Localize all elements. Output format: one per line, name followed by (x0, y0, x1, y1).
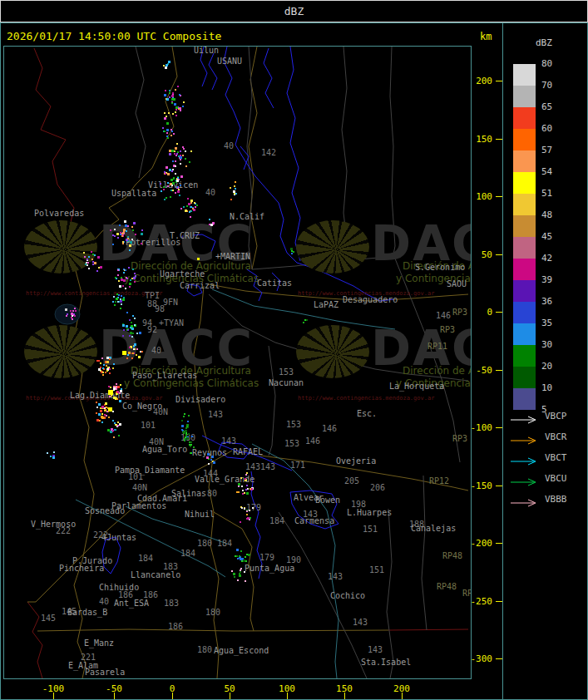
radar-echo-cell (164, 94, 166, 96)
radar-echo-cell (166, 98, 169, 101)
radar-echo-cell (177, 86, 179, 87)
colorbar-swatch (513, 64, 536, 86)
radar-echo-cell (164, 112, 166, 114)
radar-echo-cell (185, 432, 187, 434)
radar-echo-cell (187, 421, 189, 422)
radar-echo-cell (181, 425, 184, 427)
radar-map-canvas: DACCDirección de Agriculturay Contingenc… (3, 46, 472, 679)
radar-echo-cell (179, 94, 180, 96)
legend-label: VBCT (545, 452, 567, 463)
radar-echo-cell (96, 360, 98, 362)
radar-echo-cell (169, 90, 170, 91)
colorbar-swatch (513, 323, 536, 345)
radar-echo-cell (109, 358, 111, 360)
radar-echo-cell (183, 148, 185, 150)
y-axis-tick (496, 486, 502, 486)
radar-echo-cell (84, 256, 86, 258)
colorbar-value-label: 10 (541, 382, 552, 393)
radar-echo-cell (293, 251, 294, 253)
radar-echo-cell (100, 362, 101, 364)
radar-echo-cell (116, 383, 117, 385)
radar-echo-cell (122, 241, 124, 243)
radar-echo-cell (190, 441, 192, 443)
radar-echo-cell (127, 238, 129, 239)
radar-echo-cell (122, 351, 126, 355)
radar-echo-cell (106, 407, 107, 408)
radar-echo-cell (119, 392, 121, 394)
radar-echo-cell (246, 472, 248, 474)
y-axis-tick (496, 312, 502, 313)
radar-echo-cell (233, 573, 235, 575)
radar-echo-cell (183, 206, 185, 208)
radar-echo-cell (246, 510, 248, 512)
y-axis-tick-label: -100 (469, 422, 492, 433)
radar-echo-cell (126, 312, 128, 313)
radar-echo-cell (129, 286, 131, 288)
radar-echo-cell (130, 327, 131, 328)
radar-echo-cell (249, 510, 250, 511)
radar-echo-cell (134, 343, 136, 346)
radar-echo-cell (72, 318, 73, 320)
colorbar-value-label: 48 (541, 210, 552, 220)
radar-echo-cell (185, 427, 187, 429)
colorbar-value-label: 80 (541, 58, 552, 69)
radar-echo-cell (72, 310, 74, 312)
radar-echo-cell (104, 414, 106, 416)
radar-echo-cell (107, 367, 109, 368)
radar-echo-cell (237, 558, 239, 560)
radar-echo-cell (96, 412, 97, 414)
radar-echo-layer (4, 47, 471, 678)
radar-echo-cell (132, 229, 134, 231)
radar-echo-cell (120, 390, 122, 392)
radar-echo-cell (131, 239, 133, 240)
radar-echo-cell (108, 390, 113, 395)
radar-echo-cell (100, 266, 102, 269)
radar-echo-cell (213, 461, 215, 464)
radar-echo-cell (166, 116, 167, 117)
radar-echo-cell (306, 319, 308, 321)
radar-echo-cell (91, 259, 93, 260)
radar-echo-cell (125, 269, 126, 271)
radar-echo-cell (120, 234, 121, 235)
radar-echo-cell (126, 230, 127, 232)
y-axis-tick (496, 81, 502, 81)
radar-echo-cell (167, 182, 169, 184)
radar-echo-cell (165, 173, 166, 175)
radar-echo-cell (112, 234, 114, 236)
radar-echo-cell (170, 129, 172, 131)
colorbar-value-label: 42 (541, 253, 552, 264)
radar-echo-cell (107, 429, 110, 431)
radar-echo-cell (97, 256, 100, 259)
y-axis-tick (496, 543, 502, 544)
radar-echo-cell (114, 229, 116, 230)
radar-echo-cell (246, 554, 248, 555)
radar-echo-cell (108, 386, 110, 387)
radar-echo-cell (106, 361, 109, 363)
radar-echo-cell (182, 431, 184, 433)
radar-echo-cell (291, 253, 293, 254)
radar-echo-cell (193, 446, 195, 448)
radar-echo-cell (178, 189, 180, 190)
radar-echo-cell (231, 570, 233, 572)
radar-echo-cell (174, 150, 175, 152)
radar-echo-cell (185, 165, 187, 167)
y-axis-tick-label: 150 (469, 134, 492, 145)
radar-echo-cell (119, 423, 121, 426)
timestamp-label: 2026/01/17 14:50:00 UTC Composite (7, 30, 221, 42)
colorbar-swatch (513, 388, 536, 410)
radar-echo-cell (110, 431, 112, 433)
radar-echo-cell (164, 199, 166, 200)
x-axis-tick (230, 693, 230, 699)
radar-echo-cell (189, 444, 190, 446)
radar-echo-cell (166, 136, 168, 137)
radar-echo-cell (184, 413, 185, 415)
radar-echo-cell (190, 206, 192, 208)
page-title: dBZ (284, 5, 304, 17)
y-axis-tick-label: -300 (469, 653, 492, 664)
radar-echo-cell (250, 488, 251, 490)
radar-echo-cell (133, 348, 135, 350)
radar-echo-cell (74, 315, 76, 317)
radar-echo-cell (240, 477, 242, 479)
radar-echo-cell (96, 407, 98, 408)
radar-echo-cell (162, 127, 164, 129)
